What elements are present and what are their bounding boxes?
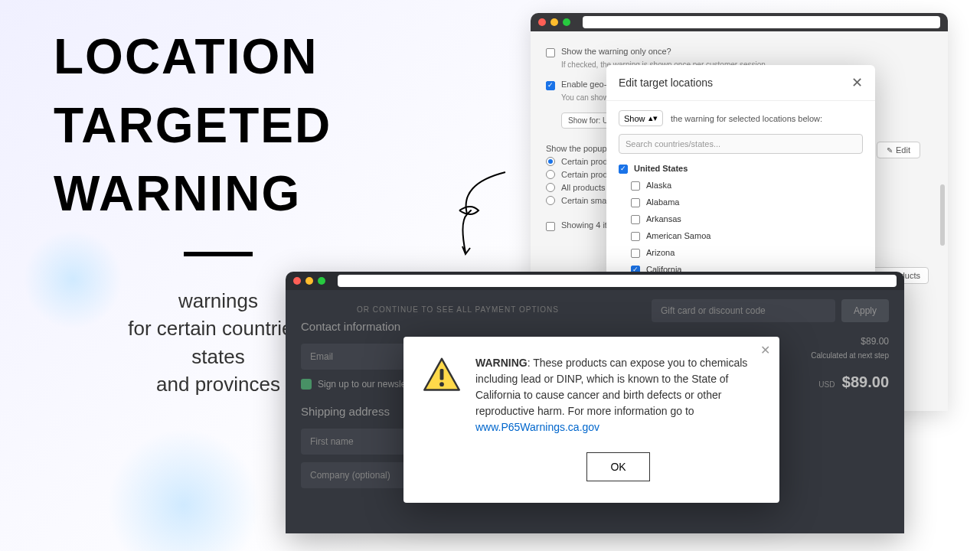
ship-note: Calculated at next step bbox=[811, 351, 889, 360]
window-max-dot[interactable] bbox=[563, 18, 570, 26]
opt3-label: All products bbox=[561, 183, 605, 192]
continue-text: OR CONTINUE TO SEE ALL PAYMENT OPTIONS bbox=[301, 305, 615, 314]
show-after-text: the warning for selected locations below… bbox=[671, 114, 822, 123]
show-once-checkbox[interactable] bbox=[546, 48, 555, 57]
ok-button[interactable]: OK bbox=[586, 452, 649, 481]
showing-items-checkbox[interactable] bbox=[546, 222, 555, 231]
geo-checkbox[interactable] bbox=[546, 81, 555, 90]
apply-button[interactable]: Apply bbox=[841, 299, 889, 322]
state-row: Arizona bbox=[619, 244, 863, 261]
location-list: United States AlaskaAlabamaArkansasAmeri… bbox=[619, 160, 863, 282]
edit-button[interactable]: Edit bbox=[877, 142, 920, 158]
opt2-radio[interactable] bbox=[546, 170, 555, 179]
state-row: Alaska bbox=[619, 177, 863, 194]
warning-text: WARNING: These products can expose you t… bbox=[475, 355, 761, 435]
chevron-updown-icon: ▴▾ bbox=[648, 113, 658, 123]
headline-2: TARGETED bbox=[54, 92, 383, 161]
contact-title: Contact information bbox=[301, 320, 615, 333]
scrollbar[interactable] bbox=[940, 184, 945, 246]
underline bbox=[184, 252, 253, 256]
window-min-dot[interactable] bbox=[550, 18, 558, 26]
state-row: Arkansas bbox=[619, 210, 863, 227]
svg-point-2 bbox=[439, 382, 444, 386]
window-close-dot[interactable] bbox=[293, 277, 301, 285]
show-hide-select[interactable]: Show ▴▾ bbox=[619, 110, 663, 126]
warning-link[interactable]: www.P65Warnings.ca.gov bbox=[475, 421, 599, 433]
window-min-dot[interactable] bbox=[305, 277, 313, 285]
pencil-icon bbox=[887, 145, 893, 155]
decor-blob bbox=[107, 429, 260, 551]
window-max-dot[interactable] bbox=[318, 277, 325, 285]
close-icon[interactable]: ✕ bbox=[851, 74, 863, 91]
currency-label: USD bbox=[818, 380, 835, 389]
search-input[interactable]: Search countries/states... bbox=[619, 134, 863, 154]
svg-rect-1 bbox=[440, 369, 444, 380]
show-label: Show bbox=[624, 114, 645, 123]
warning-prefix: WARNING bbox=[475, 357, 528, 369]
state-checkbox[interactable] bbox=[631, 181, 640, 191]
url-bar[interactable] bbox=[583, 16, 940, 28]
state-checkbox[interactable] bbox=[631, 249, 640, 258]
opt3-radio[interactable] bbox=[546, 183, 555, 192]
state-row: Alabama bbox=[619, 194, 863, 210]
warning-icon bbox=[422, 355, 462, 395]
state-label: Arkansas bbox=[646, 214, 681, 223]
state-label: Alabama bbox=[646, 197, 679, 207]
country-checkbox[interactable] bbox=[619, 165, 628, 174]
total-value: $89.00 bbox=[842, 373, 889, 390]
headline-3: WARNING bbox=[54, 160, 383, 229]
discount-input[interactable]: Gift card or discount code bbox=[652, 299, 835, 322]
edit-locations-modal: Edit target locations ✕ Show ▴▾ the warn… bbox=[606, 65, 875, 292]
state-checkbox[interactable] bbox=[631, 232, 640, 241]
show-once-label: Show the warning only once? bbox=[561, 47, 671, 56]
state-label: Arizona bbox=[646, 248, 675, 257]
state-label: American Samoa bbox=[646, 231, 710, 240]
edit-button-label: Edit bbox=[896, 145, 910, 155]
headline-1: LOCATION bbox=[54, 23, 383, 92]
opt1-radio[interactable] bbox=[546, 157, 555, 166]
state-checkbox[interactable] bbox=[631, 198, 640, 207]
newsletter-checkbox[interactable] bbox=[301, 379, 312, 390]
state-checkbox[interactable] bbox=[631, 215, 640, 224]
close-icon[interactable]: ✕ bbox=[760, 343, 770, 357]
arrow-icon bbox=[452, 168, 513, 260]
state-label: Alaska bbox=[646, 181, 671, 190]
country-label: United States bbox=[634, 164, 688, 173]
url-bar[interactable] bbox=[338, 275, 897, 287]
state-row: American Samoa bbox=[619, 227, 863, 244]
warning-modal: ✕ WARNING: These products can expose you… bbox=[403, 337, 779, 503]
window-titlebar bbox=[531, 13, 948, 31]
modal-title: Edit target locations bbox=[619, 77, 713, 89]
show-for-prefix: Show for: bbox=[568, 116, 600, 125]
window-close-dot[interactable] bbox=[538, 18, 546, 26]
window-titlebar bbox=[286, 272, 904, 290]
subtotal-value: $89.00 bbox=[861, 336, 889, 347]
opt4-radio[interactable] bbox=[546, 196, 555, 205]
